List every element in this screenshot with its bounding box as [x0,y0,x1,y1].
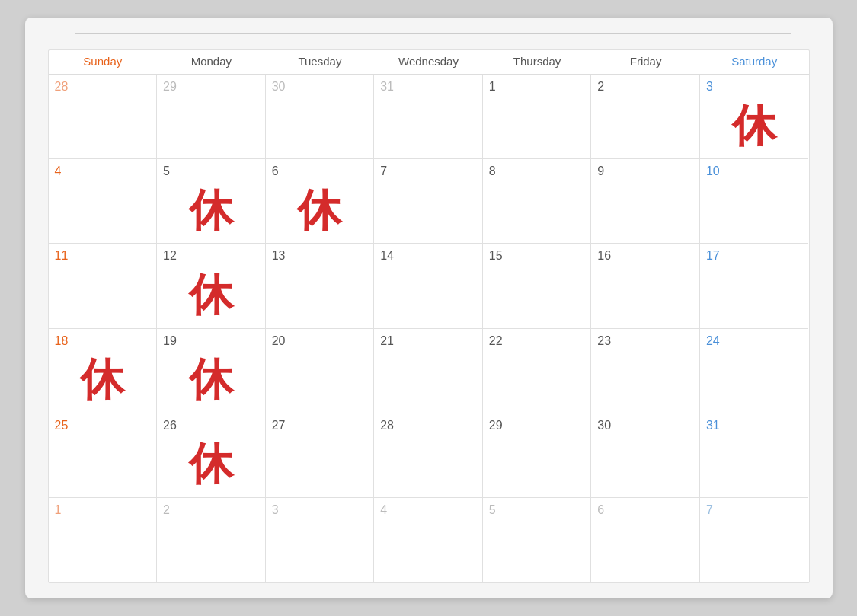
day-number: 12 [163,248,259,263]
header-bottom-line [75,37,791,37]
day-number: 17 [706,248,803,263]
day-number: 7 [380,164,476,178]
weekday-header-monday: Monday [157,50,266,74]
day-cell: 1 [483,75,592,159]
day-cell: 22 [483,329,592,413]
day-number: 18 [55,334,151,348]
day-cell: 29 [157,75,266,159]
day-cell: 5休 [157,159,266,244]
day-number: 15 [489,248,585,263]
day-cell: 7 [700,498,809,582]
day-cell: 28 [374,413,483,498]
day-number: 27 [272,418,368,432]
day-cell: 4 [374,498,483,582]
day-cell: 4 [49,159,158,244]
weekday-header-thursday: Thursday [483,50,592,74]
weekday-row: SundayMondayTuesdayWednesdayThursdayFrid… [49,50,809,75]
day-number: 1 [55,503,151,517]
day-number: 4 [380,503,476,517]
day-cell: 31 [700,413,809,498]
day-cell: 23 [591,329,700,413]
weekday-header-tuesday: Tuesday [266,50,375,74]
day-cell: 6 [591,498,700,582]
day-number: 7 [706,503,803,517]
day-cell: 30 [266,75,375,159]
day-number: 31 [380,79,476,94]
day-number: 29 [489,418,585,432]
day-cell: 3休 [700,75,809,159]
day-cell: 6休 [266,159,375,244]
day-cell: 30 [591,413,700,498]
day-number: 6 [272,164,368,178]
day-number: 6 [597,503,693,517]
day-number: 25 [55,418,151,432]
day-cell: 26休 [157,413,266,498]
day-cell: 19休 [157,329,266,413]
day-number: 11 [55,248,151,263]
day-number: 23 [597,334,693,348]
day-cell: 16 [591,244,700,328]
day-number: 3 [272,503,368,517]
day-cell: 31 [374,75,483,159]
day-number: 24 [706,334,803,348]
day-cell: 13 [266,244,375,328]
header-top-line [75,33,791,34]
day-number: 13 [272,248,368,263]
day-cell: 15 [483,244,592,328]
weekday-header-sunday: Sunday [49,50,158,74]
calendar-header [48,33,810,43]
day-number: 30 [597,418,693,432]
header-center [75,33,791,43]
calendar-container: SundayMondayTuesdayWednesdayThursdayFrid… [25,18,833,598]
day-cell: 21 [374,329,483,413]
day-cell: 9 [591,159,700,244]
day-number: 19 [163,334,259,348]
day-cell: 8 [483,159,592,244]
day-cell: 3 [266,498,375,582]
day-cell: 5 [483,498,592,582]
day-cell: 28 [49,75,158,159]
day-number: 28 [55,79,151,94]
day-cell: 12休 [157,244,266,328]
day-number: 10 [706,164,803,178]
day-number: 30 [272,79,368,94]
kyuu-mark: 休 [163,436,259,493]
day-cell: 17 [700,244,809,328]
day-cell: 7 [374,159,483,244]
day-number: 31 [706,418,803,432]
kyuu-mark: 休 [163,181,259,238]
day-cell: 2 [591,75,700,159]
weekday-header-saturday: Saturday [700,50,809,74]
weekday-header-friday: Friday [591,50,700,74]
day-number: 22 [489,334,585,348]
day-cell: 24 [700,329,809,413]
kyuu-mark: 休 [272,181,368,238]
day-number: 16 [597,248,693,263]
day-cell: 20 [266,329,375,413]
day-number: 29 [163,79,259,94]
day-number: 8 [489,164,585,178]
day-number: 26 [163,418,259,432]
day-cell: 1 [49,498,158,582]
day-cell: 27 [266,413,375,498]
day-number: 20 [272,334,368,348]
day-number: 5 [163,164,259,178]
kyuu-mark: 休 [55,351,151,408]
kyuu-mark: 休 [163,351,259,408]
day-number: 4 [55,164,151,178]
day-number: 21 [380,334,476,348]
day-number: 9 [597,164,693,178]
day-cell: 2 [157,498,266,582]
weekday-header-wednesday: Wednesday [374,50,483,74]
day-number: 28 [380,418,476,432]
day-cell: 29 [483,413,592,498]
day-number: 2 [597,79,693,94]
day-number: 1 [489,79,585,94]
kyuu-mark: 休 [706,97,803,154]
day-number: 2 [163,503,259,517]
day-number: 5 [489,503,585,517]
day-cell: 14 [374,244,483,328]
kyuu-mark: 休 [163,267,259,324]
day-cell: 10 [700,159,809,244]
calendar-grid: 28293031123休45休6休789101112休131415161718休… [49,75,809,582]
